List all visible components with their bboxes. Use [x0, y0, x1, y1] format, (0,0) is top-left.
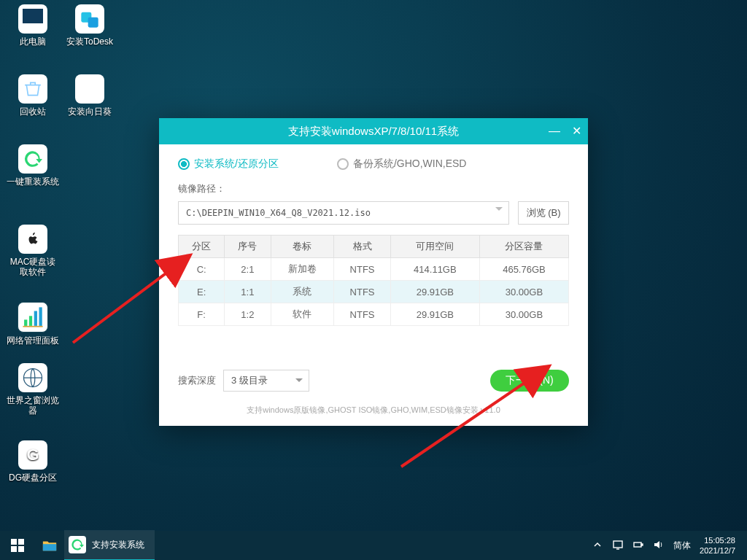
tray-clock[interactable]: 15:05:28 2021/12/7 [700, 535, 740, 556]
browse-button[interactable]: 浏览 (B) [518, 201, 569, 225]
svg-rect-12 [18, 539, 24, 545]
radio-dot-icon [337, 158, 349, 170]
table-cell: 系统 [271, 281, 334, 303]
taskbar-task-installer[interactable]: 支持安装系统 [64, 530, 155, 560]
table-cell: 29.91GB [390, 281, 479, 303]
svg-rect-0 [24, 319, 27, 326]
desktop-icon-label: 一键重装系统 [6, 176, 60, 187]
table-cell: F: [179, 303, 225, 326]
desktop-icon-sunflower[interactable]: 安装向日葵 [63, 74, 117, 117]
table-cell: 29.91GB [390, 303, 479, 326]
table-cell: 414.11GB [390, 258, 479, 281]
table-cell: NTFS [334, 258, 391, 281]
desktop-icon-label: 安装ToDesk [63, 36, 117, 47]
desktop-icon-this-pc[interactable]: 此电脑 [6, 4, 60, 47]
desktop-icon-label: 网络管理面板 [6, 335, 60, 346]
image-path-value: C:\DEEPIN_WIN10_X64_Q8_V2021.12.iso [186, 208, 371, 218]
radio-label: 备份系统/GHO,WIN,ESD [353, 158, 467, 171]
svg-rect-3 [39, 307, 42, 326]
tray-battery-icon[interactable] [632, 539, 644, 553]
radio-backup[interactable]: 备份系统/GHO,WIN,ESD [337, 158, 467, 171]
dg-icon: G [18, 440, 47, 470]
tray-network-icon[interactable] [612, 539, 624, 553]
close-button[interactable]: ✕ [570, 125, 582, 137]
image-path-dropdown[interactable]: C:\DEEPIN_WIN10_X64_Q8_V2021.12.iso [178, 201, 509, 225]
table-header: 序号 [225, 236, 271, 258]
svg-rect-13 [11, 546, 17, 552]
globe-icon [18, 363, 47, 392]
desktop-icon-recycle-bin[interactable]: 回收站 [6, 74, 60, 117]
svg-rect-1 [29, 316, 32, 326]
desktop-icon-mac-hd[interactable]: MAC硬盘读 取软件 [6, 225, 60, 277]
table-cell: E: [179, 281, 225, 303]
svg-rect-7 [88, 18, 98, 28]
svg-rect-17 [634, 542, 641, 547]
desktop-icon-label: DG硬盘分区 [6, 472, 60, 483]
table-header: 分区容量 [479, 236, 568, 258]
table-row[interactable]: C:2:1新加卷NTFS414.11GB465.76GB [179, 258, 569, 281]
desktop-icon-netpanel[interactable]: 网络管理面板 [6, 302, 60, 346]
table-header: 分区 [179, 236, 225, 258]
table-cell: C: [179, 258, 225, 281]
recycle-icon [18, 74, 47, 104]
table-header: 格式 [334, 236, 391, 258]
svg-rect-11 [11, 539, 17, 545]
table-header: 可用空间 [390, 236, 479, 258]
todesk-icon [75, 4, 104, 34]
desktop-icon-reinstall[interactable]: 一键重装系统 [6, 144, 60, 187]
table-row[interactable]: F:1:2软件NTFS29.91GB30.00GB [179, 303, 569, 326]
depth-label: 搜索深度 [178, 374, 216, 387]
svg-rect-15 [614, 541, 622, 548]
table-cell: 30.00GB [479, 281, 568, 303]
desktop-icon-label: MAC硬盘读 取软件 [6, 257, 60, 277]
table-row[interactable]: E:1:1系统NTFS29.91GB30.00GB [179, 281, 569, 303]
desktop-icon-world-browser[interactable]: 世界之窗浏览 器 [6, 363, 60, 416]
desktop-icon-label: 回收站 [6, 106, 60, 117]
reinstall-icon [18, 144, 47, 174]
tray-time: 15:05:28 [700, 535, 735, 545]
table-cell: 1:2 [225, 303, 271, 326]
titlebar[interactable]: 支持安装windowsXP/7/8/10/11系统 — ✕ [159, 118, 588, 144]
next-button[interactable]: 下一步 (N) [490, 370, 569, 392]
svg-rect-18 [641, 544, 643, 545]
path-label: 镜像路径： [178, 182, 569, 195]
start-button[interactable] [0, 531, 35, 560]
minimize-button[interactable]: — [549, 125, 560, 137]
desktop-icon-label: 此电脑 [6, 36, 60, 47]
table-cell: 465.76GB [479, 258, 568, 281]
apple-icon [18, 225, 47, 254]
svg-rect-4 [23, 326, 42, 327]
partition-table: 分区序号卷标格式可用空间分区容量 C:2:1新加卷NTFS414.11GB465… [178, 235, 569, 326]
table-cell: 新加卷 [271, 258, 334, 281]
tray-ime[interactable]: 简体 [673, 540, 691, 552]
bars-icon [18, 302, 48, 332]
table-cell: 1:1 [225, 281, 271, 303]
table-cell: NTFS [334, 281, 391, 303]
tray-date: 2021/12/7 [700, 545, 735, 556]
desktop-icon-dg[interactable]: G DG硬盘分区 [6, 440, 60, 483]
desktop-icon-label: 世界之窗浏览 器 [6, 395, 60, 416]
table-cell: 2:1 [225, 258, 271, 281]
table-cell: 软件 [271, 303, 334, 326]
monitor-icon [18, 4, 47, 34]
svg-point-8 [88, 87, 93, 92]
task-label: 支持安装系统 [92, 539, 144, 551]
tray-chevron-icon[interactable] [592, 539, 603, 553]
footnote: 支持windows原版镜像,GHOST ISO镜像,GHO,WIM,ESD镜像安… [178, 405, 569, 416]
radio-dot-icon [178, 158, 190, 170]
table-cell: 30.00GB [479, 303, 568, 326]
radio-label: 安装系统/还原分区 [194, 158, 279, 171]
svg-rect-14 [18, 546, 24, 552]
tray-volume-icon[interactable] [653, 539, 665, 553]
desktop-icon-todesk[interactable]: 安装ToDesk [63, 4, 117, 47]
taskbar: 支持安装系统 简体 15:05:28 2021/12/7 [0, 531, 747, 560]
radio-install[interactable]: 安装系统/还原分区 [178, 158, 279, 171]
sunflower-icon [75, 74, 104, 104]
table-header: 卷标 [271, 236, 334, 258]
depth-select[interactable]: 3 级目录 [223, 370, 309, 392]
table-cell: NTFS [334, 303, 391, 326]
installer-window: 支持安装windowsXP/7/8/10/11系统 — ✕ 安装系统/还原分区 … [159, 118, 588, 426]
svg-rect-2 [34, 311, 37, 326]
window-title: 支持安装windowsXP/7/8/10/11系统 [288, 125, 459, 139]
taskbar-explorer[interactable] [35, 531, 64, 560]
